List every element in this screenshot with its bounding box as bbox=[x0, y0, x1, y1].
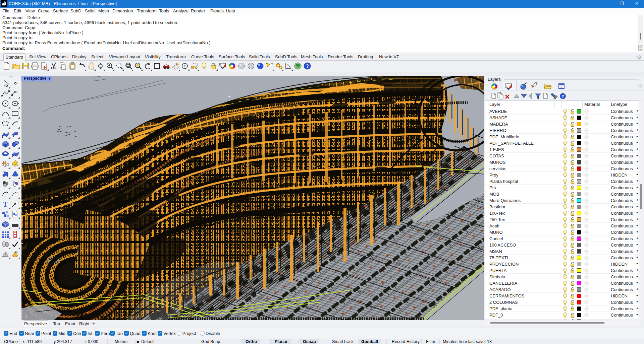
svg-text:?: ? bbox=[561, 94, 564, 99]
svg-text:?: ? bbox=[306, 63, 309, 69]
svg-text:?: ? bbox=[560, 85, 562, 88]
svg-text:✕: ✕ bbox=[504, 93, 510, 100]
svg-text:T: T bbox=[3, 201, 8, 208]
